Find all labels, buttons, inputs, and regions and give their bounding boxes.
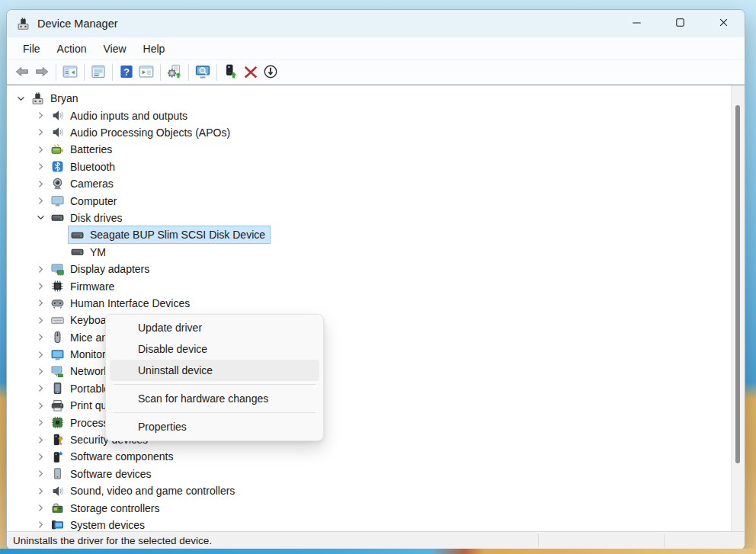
separator bbox=[56, 64, 56, 81]
tree-item-batteries[interactable]: Batteries bbox=[7, 141, 731, 158]
tree-item-storage-controllers[interactable]: Storage controllers bbox=[7, 499, 731, 516]
chevron-expanded-icon[interactable] bbox=[13, 92, 28, 104]
content-area: Bryan Audio inputs and outputs Audio Pro… bbox=[7, 85, 745, 531]
tree-item-software-components[interactable]: Software components bbox=[7, 448, 731, 465]
context-menu-item-uninstall-device[interactable]: Uninstall device bbox=[110, 360, 319, 381]
update-driver-button[interactable] bbox=[165, 62, 184, 82]
console-tree-button[interactable] bbox=[60, 62, 80, 82]
chevron-collapsed-icon[interactable] bbox=[33, 399, 48, 411]
chevron-collapsed-icon[interactable] bbox=[33, 502, 48, 514]
status-bar: Uninstalls the driver for the selected d… bbox=[7, 531, 745, 549]
vertical-scrollbar[interactable] bbox=[731, 85, 745, 531]
toolbar: ? bbox=[7, 59, 745, 85]
chevron-collapsed-icon[interactable] bbox=[33, 314, 48, 326]
chevron-collapsed-icon[interactable] bbox=[33, 143, 48, 155]
chevron-collapsed-icon[interactable] bbox=[33, 450, 48, 463]
back-button[interactable] bbox=[12, 62, 32, 82]
menu-view[interactable]: View bbox=[94, 37, 134, 59]
disk-icon bbox=[51, 211, 64, 224]
chevron-collapsed-icon[interactable] bbox=[33, 417, 48, 429]
console-tree-icon bbox=[62, 64, 78, 82]
separator bbox=[114, 384, 316, 385]
chevron-placeholder bbox=[53, 246, 68, 258]
chevron-collapsed-icon[interactable] bbox=[33, 195, 48, 207]
speaker-icon bbox=[51, 109, 64, 122]
status-separator bbox=[538, 534, 539, 547]
chevron-collapsed-icon[interactable] bbox=[33, 434, 48, 446]
context-menu-item-update-driver[interactable]: Update driver bbox=[106, 317, 323, 338]
close-icon bbox=[717, 16, 730, 31]
device-update-icon bbox=[223, 64, 239, 82]
security-icon bbox=[51, 434, 64, 447]
speaker-icon bbox=[51, 485, 64, 498]
chevron-collapsed-icon[interactable] bbox=[33, 280, 48, 292]
tree-item-seagate-disk[interactable]: Seagate BUP Slim SCSI Disk Device bbox=[7, 226, 731, 243]
chevron-collapsed-icon[interactable] bbox=[33, 297, 48, 309]
chevron-collapsed-icon[interactable] bbox=[33, 348, 48, 360]
separator bbox=[216, 64, 217, 81]
menu-action[interactable]: Action bbox=[49, 37, 95, 59]
device-manager-app-icon bbox=[17, 18, 30, 30]
tree-item-disk-drives[interactable]: Disk drives bbox=[7, 210, 731, 226]
svg-text:?: ? bbox=[123, 66, 130, 77]
menu-help[interactable]: Help bbox=[135, 37, 174, 59]
system-icon bbox=[51, 518, 64, 531]
chevron-collapsed-icon[interactable] bbox=[33, 126, 48, 139]
tree-item-audio-processing-objects[interactable]: Audio Processing Objects (APOs) bbox=[7, 124, 731, 141]
tree-item-computer[interactable]: Computer bbox=[7, 192, 731, 209]
tree-item-system-devices[interactable]: System devices bbox=[7, 517, 731, 531]
chevron-collapsed-icon[interactable] bbox=[33, 519, 48, 531]
disk-icon bbox=[71, 229, 84, 242]
processor-icon bbox=[51, 416, 64, 429]
chevron-collapsed-icon[interactable] bbox=[33, 383, 48, 395]
battery-icon bbox=[51, 143, 64, 156]
context-menu-item-properties[interactable]: Properties bbox=[106, 416, 323, 437]
maximize-button[interactable] bbox=[662, 10, 697, 37]
title-bar: Device Manager bbox=[7, 10, 745, 37]
tree-item-ym-disk[interactable]: YM bbox=[7, 244, 731, 261]
window-controls bbox=[610, 10, 745, 37]
forward-button[interactable] bbox=[32, 62, 52, 82]
help-button[interactable]: ? bbox=[117, 62, 136, 82]
camera-icon bbox=[51, 178, 64, 191]
close-button[interactable] bbox=[706, 10, 741, 37]
scan-hardware-changes-button[interactable] bbox=[193, 62, 213, 82]
chevron-collapsed-icon[interactable] bbox=[33, 331, 48, 344]
chevron-collapsed-icon[interactable] bbox=[33, 263, 48, 275]
uninstall-icon bbox=[243, 64, 258, 82]
printer-icon bbox=[51, 399, 64, 412]
tree-item-software-devices[interactable]: Software devices bbox=[7, 466, 731, 482]
separator bbox=[112, 64, 113, 81]
separator bbox=[188, 64, 189, 81]
scrollbar-thumb[interactable] bbox=[735, 105, 740, 463]
tree-item-human-interface-devices[interactable]: Human Interface Devices bbox=[7, 295, 731, 312]
monitor-icon bbox=[51, 348, 64, 361]
context-menu-item-disable-device[interactable]: Disable device bbox=[106, 338, 323, 360]
device-update-button[interactable] bbox=[221, 62, 241, 82]
minimize-button[interactable] bbox=[619, 10, 654, 37]
software-components-icon bbox=[51, 450, 64, 463]
chevron-collapsed-icon[interactable] bbox=[33, 110, 48, 122]
device-tree: Bryan Audio inputs and outputs Audio Pro… bbox=[7, 85, 731, 531]
properties-button[interactable] bbox=[88, 62, 108, 82]
tree-item-display-adapters[interactable]: Display adapters bbox=[7, 261, 731, 277]
disable-device-button[interactable] bbox=[261, 62, 280, 82]
desktop-wallpaper: Device Manager FileActionViewHelp ? Bry bbox=[0, 0, 756, 554]
tree-item-bluetooth[interactable]: Bluetooth bbox=[7, 159, 731, 175]
tree-item-bryan[interactable]: Bryan bbox=[7, 90, 731, 107]
chevron-collapsed-icon[interactable] bbox=[33, 178, 48, 190]
context-menu-item-scan-hardware-changes[interactable]: Scan for hardware changes bbox=[106, 388, 323, 409]
uninstall-device-button[interactable] bbox=[241, 62, 261, 82]
tree-item-firmware[interactable]: Firmware bbox=[7, 277, 731, 294]
action-pane-button[interactable] bbox=[136, 62, 156, 82]
tree-item-audio-inputs[interactable]: Audio inputs and outputs bbox=[7, 107, 731, 123]
chevron-collapsed-icon[interactable] bbox=[33, 161, 48, 173]
hardware-icon bbox=[31, 92, 44, 105]
chevron-collapsed-icon[interactable] bbox=[33, 485, 48, 497]
chevron-expanded-icon[interactable] bbox=[33, 212, 48, 224]
menu-file[interactable]: File bbox=[14, 37, 49, 59]
tree-item-cameras[interactable]: Cameras bbox=[7, 175, 731, 192]
tree-item-sound-controllers[interactable]: Sound, video and game controllers bbox=[7, 482, 731, 499]
chevron-collapsed-icon[interactable] bbox=[33, 468, 48, 480]
chevron-collapsed-icon[interactable] bbox=[33, 365, 48, 377]
